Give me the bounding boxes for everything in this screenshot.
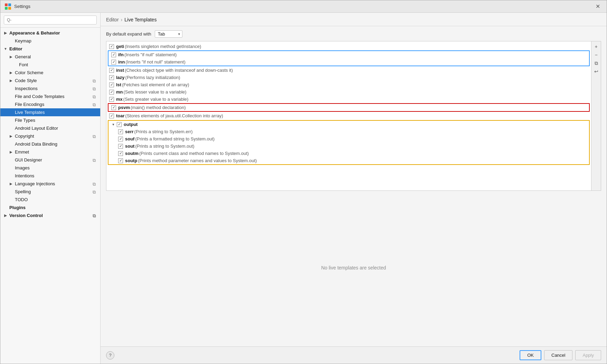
copy-icon: ⧉ — [93, 213, 97, 218]
main-layout: ▶ Appearance & Behavior Keymap ▼ Editor … — [0, 13, 607, 364]
copy-template-button[interactable]: ⧉ — [592, 59, 600, 67]
apply-button[interactable]: Apply — [575, 350, 601, 360]
no-selection-notice: No live templates are selected — [106, 194, 601, 343]
svg-rect-3 — [8, 7, 11, 10]
template-row-lazy[interactable]: lazy (Performs lazy initialization) — [106, 74, 591, 81]
template-row-inn[interactable]: inn (Inserts "if not null" statement) — [108, 58, 589, 66]
close-button[interactable]: ✕ — [593, 2, 603, 11]
template-row-toar[interactable]: toar (Stores elements of java.util.Colle… — [106, 112, 591, 119]
sidebar-item-file-encodings[interactable]: File Encodings ⧉ — [0, 100, 100, 108]
checkbox-geti[interactable] — [109, 44, 114, 49]
copy-icon: ⧉ — [93, 158, 97, 163]
spacer-icon — [9, 197, 13, 202]
sidebar-item-android-data-binding[interactable]: Android Data Binding — [0, 140, 100, 148]
template-row-geti[interactable]: geti (Inserts singleton method getInstan… — [106, 43, 591, 50]
highlight-blue-group: ifn (Inserts "if null" statement) inn (I… — [108, 50, 590, 66]
copy-icon: ⧉ — [93, 78, 97, 83]
template-key-soutp: soutp — [125, 158, 137, 163]
chevron-down-icon: ▼ — [111, 122, 115, 127]
template-key-serr: serr — [125, 129, 134, 134]
checkbox-lst[interactable] — [109, 82, 114, 87]
remove-template-button[interactable]: − — [592, 51, 600, 59]
template-row-lst[interactable]: lst (Fetches last element of an array) — [106, 81, 591, 88]
template-row-soutm[interactable]: soutm (Prints current class and method n… — [108, 150, 589, 157]
template-row-mx[interactable]: mx (Sets greater value to a variable) — [106, 96, 591, 103]
sidebar-item-code-style[interactable]: ▶ Code Style ⧉ — [0, 77, 100, 85]
undo-button[interactable]: ↩ — [592, 68, 600, 75]
template-row-mn[interactable]: mn (Sets lesser value to a variable) — [106, 88, 591, 96]
spacer-icon — [13, 62, 18, 67]
sidebar-search-area — [0, 13, 100, 28]
template-row-ifn[interactable]: ifn (Inserts "if null" statement) — [108, 51, 589, 58]
output-group-key: output — [124, 122, 137, 127]
checkbox-lazy[interactable] — [109, 75, 114, 80]
cancel-button[interactable]: Cancel — [544, 350, 572, 360]
expand-bar: By default expand with Tab Enter Space ▼ — [106, 30, 601, 38]
checkbox-inn[interactable] — [111, 60, 116, 65]
sidebar-item-general[interactable]: ▶ General — [0, 53, 100, 61]
checkbox-souf[interactable] — [118, 137, 123, 141]
search-input[interactable] — [4, 16, 97, 24]
copy-icon: ⧉ — [93, 189, 97, 194]
sidebar-item-file-code-templates[interactable]: File and Code Templates ⧉ — [0, 92, 100, 100]
checkbox-psvm[interactable] — [111, 105, 116, 110]
checkbox-inst[interactable] — [109, 68, 114, 73]
copy-icon: ⧉ — [93, 94, 97, 99]
add-template-button[interactable]: + — [592, 43, 600, 50]
template-row-serr[interactable]: serr (Prints a string to System.err) — [108, 128, 589, 135]
sidebar-item-android-layout-editor[interactable]: Android Layout Editor — [0, 124, 100, 132]
checkbox-mn[interactable] — [109, 90, 114, 95]
sidebar-item-plugins[interactable]: Plugins — [0, 204, 100, 211]
sidebar: ▶ Appearance & Behavior Keymap ▼ Editor … — [0, 13, 101, 364]
sidebar-item-version-control[interactable]: ▶ Version Control ⧉ — [0, 211, 100, 219]
bottom-bar: ? OK Cancel Apply — [101, 346, 607, 364]
template-row-sout[interactable]: sout (Prints a string to System.out) — [108, 142, 589, 150]
checkbox-toar[interactable] — [109, 114, 114, 118]
ok-button[interactable]: OK — [520, 350, 541, 360]
template-row-soutp[interactable]: soutp (Prints method parameter names and… — [108, 157, 589, 164]
sidebar-item-keymap[interactable]: Keymap — [0, 37, 100, 45]
sidebar-item-font[interactable]: Font — [0, 61, 100, 69]
sidebar-item-inspections[interactable]: Inspections ⧉ — [0, 85, 100, 92]
breadcrumb: Editor › Live Templates — [101, 13, 607, 26]
sidebar-item-language-injections[interactable]: ▶ Language Injections ⧉ — [0, 180, 100, 188]
spacer-icon — [9, 39, 13, 43]
template-desc-lst: (Fetches last element of an array) — [122, 82, 189, 87]
sidebar-item-spelling[interactable]: Spelling ⧉ — [0, 188, 100, 196]
sidebar-item-images[interactable]: Images — [0, 164, 100, 172]
checkbox-serr[interactable] — [118, 129, 123, 134]
sidebar-item-file-types[interactable]: File Types — [0, 116, 100, 124]
sidebar-item-todo[interactable]: TODO — [0, 196, 100, 204]
sidebar-item-live-templates[interactable]: Live Templates — [0, 108, 100, 116]
copy-icon: ⧉ — [93, 181, 97, 186]
template-row-psvm[interactable]: psvm (main() method declaration) — [108, 104, 589, 111]
expand-dropdown[interactable]: Tab Enter Space — [155, 30, 182, 38]
sidebar-item-copyright[interactable]: ▶ Copyright ⧉ — [0, 132, 100, 140]
template-row-souf[interactable]: souf (Prints a formatted string to Syste… — [108, 135, 589, 142]
output-group-header[interactable]: ▼ output — [108, 121, 589, 128]
sidebar-item-emmet[interactable]: ▶ Emmet — [0, 148, 100, 156]
checkbox-sout[interactable] — [118, 144, 123, 149]
template-desc-soutp: (Prints method parameter names and value… — [138, 158, 257, 163]
checkbox-soutp[interactable] — [118, 158, 123, 163]
breadcrumb-current: Live Templates — [124, 17, 157, 22]
template-row-inst[interactable]: inst (Checks object type with instanceof… — [106, 67, 591, 74]
sidebar-item-gui-designer[interactable]: GUI Designer ⧉ — [0, 156, 100, 164]
template-desc-souf: (Prints a formatted string to System.out… — [135, 136, 215, 141]
checkbox-mx[interactable] — [109, 97, 114, 102]
help-button[interactable]: ? — [106, 351, 114, 360]
sidebar-item-intentions[interactable]: Intentions — [0, 172, 100, 180]
spacer-icon — [9, 86, 13, 91]
template-desc-toar: (Stores elements of java.util.Collection… — [125, 113, 223, 118]
checkbox-ifn[interactable] — [111, 52, 116, 57]
templates-panel: geti (Inserts singleton method getInstan… — [106, 41, 601, 191]
checkbox-soutm[interactable] — [118, 151, 123, 156]
spacer-icon — [9, 102, 13, 107]
sidebar-item-color-scheme[interactable]: ▶ Color Scheme — [0, 69, 100, 77]
chevron-right-icon: ▶ — [9, 78, 13, 83]
chevron-down-icon: ▼ — [3, 47, 8, 51]
template-key-mn: mn — [116, 89, 123, 95]
sidebar-item-editor[interactable]: ▼ Editor — [0, 45, 100, 53]
sidebar-item-appearance[interactable]: ▶ Appearance & Behavior — [0, 29, 100, 37]
checkbox-output-group[interactable] — [117, 122, 122, 127]
